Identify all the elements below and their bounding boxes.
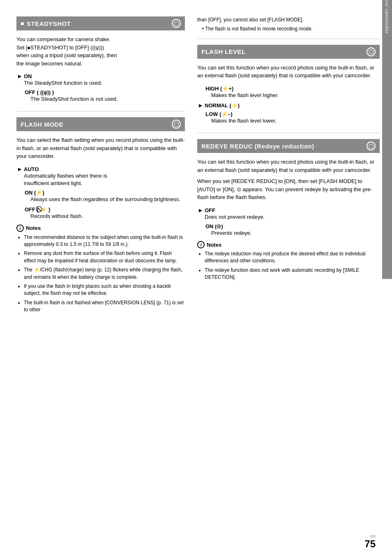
redeye-notes-icon: i: [197, 241, 205, 248]
flash-high-label: HIGH (⚡+): [205, 86, 380, 92]
flash-on-desc: Always uses the flash regardless of the …: [30, 196, 185, 203]
steadyshot-on-desc: The SteadyShot function is used.: [24, 79, 185, 87]
steadyshot-on-label: ON: [18, 73, 185, 79]
flash-mode-body: You can select the flash setting when yo…: [16, 136, 185, 160]
sidebar-label: Customizing your camcorder: [385, 0, 390, 37]
flash-level-icon: ◯: [367, 47, 376, 56]
us-label: US: [364, 534, 376, 538]
main-content: ■ STEADYSHOT ◯ You can compensate for ca…: [16, 16, 380, 542]
steadyshot-option-on: ON The SteadyShot function is used.: [18, 73, 185, 87]
divider-1: [16, 111, 185, 111]
redeye-notes-list: The redeye reduction may not produce the…: [197, 250, 380, 281]
redeye-section: REDEYE REDUC (Redeye reduction) ◯ You ca…: [197, 139, 380, 281]
flash-mode-section: FLASH MODE ◯ You can select the flash se…: [16, 117, 185, 313]
flash-level-title: FLASH LEVEL: [201, 48, 246, 55]
flash-mode-notes-header: i Notes: [16, 225, 185, 232]
notes-icon: i: [16, 225, 24, 232]
steadyshot-mode-icon: ◯: [172, 19, 181, 28]
flash-level-high: HIGH (⚡+) Makes the flash level higher.: [205, 86, 380, 99]
flash-mode-header: FLASH MODE ◯: [16, 117, 185, 131]
flash-mode-notes-list: The recommended distance to the subject …: [16, 234, 185, 314]
redeye-off-desc: Does not prevent redeye.: [205, 213, 380, 221]
flash-low-desc: Makes the flash level lower.: [211, 117, 380, 125]
flash-auto-desc: Automatically flashes when there isinsuf…: [24, 172, 185, 187]
flash-continued-1: than [OFF], you cannot also set [FLASH M…: [197, 16, 380, 23]
flash-level-normal: NORMAL (⚡): [199, 102, 380, 109]
flash-high-desc: Makes the flash level higher.: [211, 92, 380, 99]
redeye-header: REDEYE REDUC (Redeye reduction) ◯: [197, 139, 380, 153]
flash-auto-label: AUTO: [18, 166, 185, 172]
flash-note-2: Remove any dust from the surface of the …: [24, 250, 185, 264]
page-number-area: US 75: [364, 534, 376, 550]
steadyshot-header: ■ STEADYSHOT ◯: [16, 16, 185, 30]
flash-normal-label: NORMAL (⚡): [199, 102, 380, 109]
redeye-on-label: ON (⊙): [205, 223, 380, 229]
steadyshot-section: ■ STEADYSHOT ◯ You can compensate for ca…: [16, 16, 185, 103]
redeye-notes-header: i Notes: [197, 241, 380, 248]
steadyshot-body: You can compensate for camera shake. Set…: [16, 35, 185, 67]
flash-mode-option-off: OFF (⚡⃠) Records without flash.: [25, 206, 185, 220]
redeye-option-off: OFF Does not prevent redeye.: [199, 207, 380, 221]
flash-note-1: The recommended distance to the subject …: [24, 234, 185, 248]
flash-mode-notes: i Notes The recommended distance to the …: [16, 225, 185, 314]
divider-2: [197, 39, 380, 39]
flash-level-low: LOW (⚡–) Makes the flash level lower.: [205, 111, 380, 125]
redeye-body: You can set this function when you recor…: [197, 158, 380, 201]
flash-mode-continued: than [OFF], you cannot also set [FLASH M…: [197, 16, 380, 33]
redeye-notes: i Notes The redeye reduction may not pro…: [197, 241, 380, 281]
flash-off-label: OFF (⚡⃠): [25, 206, 185, 213]
divider-3: [197, 133, 380, 133]
flash-off-desc: Records without flash.: [30, 213, 185, 220]
right-column: than [OFF], you cannot also set [FLASH M…: [193, 16, 380, 542]
redeye-on-desc: Prevents redeye.: [211, 229, 380, 237]
flash-mode-title: FLASH MODE: [21, 121, 63, 128]
flash-note-3: The ⚡/CHG (flash/charge) lamp (p. 12) fl…: [24, 266, 185, 281]
flash-continued-2: • The flash is not flashed in movie reco…: [197, 25, 380, 32]
redeye-title: REDEYE REDUC (Redeye reduction): [201, 143, 314, 150]
steadyshot-off-desc: The SteadyShot function is not used.: [30, 95, 185, 103]
left-column: ■ STEADYSHOT ◯ You can compensate for ca…: [16, 16, 193, 542]
flash-note-5: The built-in flash is not flashed when […: [24, 299, 185, 314]
steadyshot-option-off: OFF (((ψ))) The SteadyShot function is n…: [25, 89, 185, 103]
redeye-note-2: The redeye function does not work with a…: [205, 267, 380, 281]
flash-level-body: You can set this function when you recor…: [197, 64, 380, 80]
flash-low-label: LOW (⚡–): [205, 111, 380, 117]
flash-mode-continued-list: than [OFF], you cannot also set [FLASH M…: [197, 16, 380, 33]
redeye-note-1: The redeye reduction may not produce the…: [205, 250, 380, 265]
flash-mode-option-auto: AUTO Automatically flashes when there is…: [18, 166, 185, 187]
flash-mode-icon: ◯: [172, 120, 181, 129]
flash-mode-option-on: ON (⚡) Always uses the flash regardless …: [25, 190, 185, 203]
sidebar-tab: Customizing your camcorder: [382, 0, 392, 279]
flash-on-label: ON (⚡): [25, 190, 185, 196]
camera-icon: ■: [21, 20, 24, 27]
page: ■ STEADYSHOT ◯ You can compensate for ca…: [0, 0, 392, 558]
flash-level-section: FLASH LEVEL ◯ You can set this function …: [197, 45, 380, 125]
steadyshot-title: ■ STEADYSHOT: [21, 20, 71, 27]
redeye-off-label: OFF: [199, 207, 380, 213]
redeye-option-on: ON (⊙) Prevents redeye.: [205, 223, 380, 237]
redeye-icon: ◯: [367, 141, 376, 150]
steadyshot-off-label: OFF (((ψ))): [25, 89, 185, 95]
flash-level-header: FLASH LEVEL ◯: [197, 45, 380, 59]
flash-note-4: If you use the flash in bright places su…: [24, 283, 185, 297]
page-number: 75: [364, 538, 376, 550]
